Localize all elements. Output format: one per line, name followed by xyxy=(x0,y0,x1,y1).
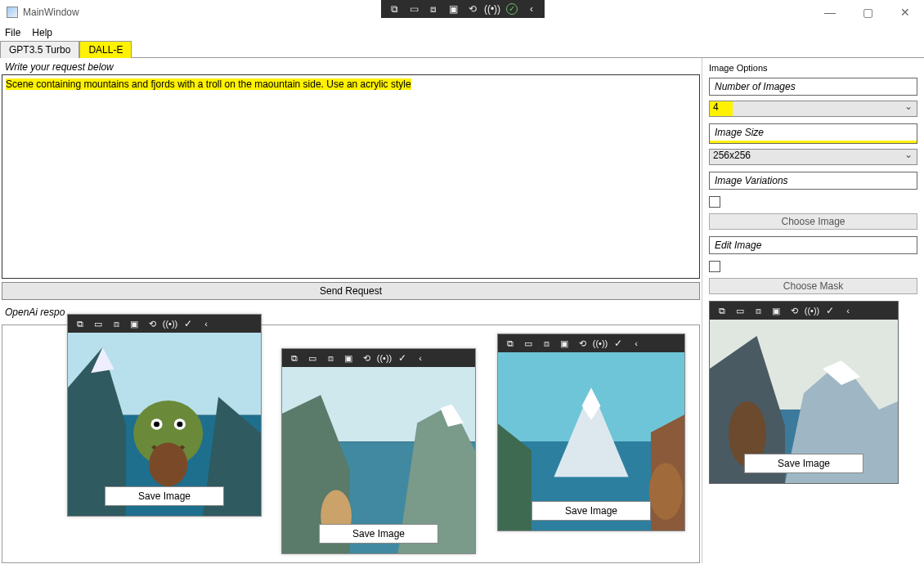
hotreload-icon[interactable]: ((•)) xyxy=(161,315,179,333)
num-images-label: Number of Images xyxy=(710,78,917,95)
card-toolbar[interactable]: ⧉ ▭ ⧈ ▣ ⟲ ((•)) ✓ ‹ xyxy=(68,315,261,333)
check-icon[interactable]: ✓ xyxy=(821,302,839,320)
hotreload-icon[interactable]: ((•)) xyxy=(591,334,609,352)
layout-icon[interactable]: ▣ xyxy=(125,315,143,333)
debug-toolbar[interactable]: ⧉ ▭ ⧈ ▣ ⟲ ((•)) ✓ ‹ xyxy=(381,0,545,18)
prompt-label: Write your request below xyxy=(2,60,700,74)
toolbar-icon[interactable]: ⧉ xyxy=(285,349,303,367)
image-variations-field: Image Variations xyxy=(709,172,917,190)
camera-icon[interactable]: ▭ xyxy=(519,334,537,352)
refresh-icon[interactable]: ⟲ xyxy=(357,349,375,367)
svg-point-29 xyxy=(649,463,683,520)
toolbar-icon[interactable]: ⧉ xyxy=(71,315,89,333)
result-card-3: ⧉ ▭ ⧈ ▣ ⟲ ((•)) ✓ ‹ Save Image xyxy=(497,333,685,531)
refresh-icon[interactable]: ⟲ xyxy=(143,315,161,333)
collapse-icon[interactable]: ‹ xyxy=(627,334,645,352)
svg-point-16 xyxy=(149,442,187,486)
camera-icon[interactable]: ▭ xyxy=(303,349,321,367)
select-icon[interactable]: ⧈ xyxy=(321,349,339,367)
maximize-button[interactable]: ▢ xyxy=(849,0,886,25)
layout-icon[interactable]: ▣ xyxy=(339,349,357,367)
tab-dalle[interactable]: DALL-E xyxy=(79,41,132,58)
select-icon[interactable]: ⧈ xyxy=(107,315,125,333)
select-icon[interactable]: ⧈ xyxy=(424,0,443,18)
prompt-text: Scene containing mountains and fjords wi… xyxy=(6,78,411,90)
save-image-button[interactable]: Save Image xyxy=(319,524,438,544)
edit-image-field: Edit Image xyxy=(709,236,917,254)
layout-icon[interactable]: ▣ xyxy=(443,0,463,18)
num-images-select[interactable]: 4 xyxy=(709,101,917,117)
collapse-icon[interactable]: ‹ xyxy=(839,302,857,320)
edit-image-label: Edit Image xyxy=(710,237,917,253)
collapse-icon[interactable]: ‹ xyxy=(411,349,429,367)
tab-gpt35[interactable]: GPT3.5 Turbo xyxy=(0,41,79,58)
layout-icon[interactable]: ▣ xyxy=(767,302,785,320)
select-icon[interactable]: ⧈ xyxy=(537,334,555,352)
layout-icon[interactable]: ▣ xyxy=(555,334,573,352)
result-card-1: ⧉ ▭ ⧈ ▣ ⟲ ((•)) ✓ ‹ Save Image xyxy=(67,314,262,517)
refresh-icon[interactable]: ⟲ xyxy=(573,334,591,352)
toolbar-icon[interactable]: ⧉ xyxy=(501,334,519,352)
hotreload-icon[interactable]: ((•)) xyxy=(482,0,502,18)
svg-point-15 xyxy=(177,422,182,427)
image-size-label: Image Size xyxy=(710,124,917,143)
svg-point-14 xyxy=(154,422,159,427)
preview-card-right: ⧉ ▭ ⧈ ▣ ⟲ ((•)) ✓ ‹ Save Image xyxy=(709,301,899,484)
result-card-2: ⧉ ▭ ⧈ ▣ ⟲ ((•)) ✓ ‹ Save Image xyxy=(281,348,476,554)
menu-bar: File Help xyxy=(0,25,924,41)
toolbar-icon[interactable]: ⧉ xyxy=(384,0,404,18)
collapse-icon[interactable]: ‹ xyxy=(197,315,215,333)
collapse-icon[interactable]: ‹ xyxy=(522,0,541,18)
select-icon[interactable]: ⧈ xyxy=(749,302,767,320)
check-icon[interactable]: ✓ xyxy=(502,0,522,18)
toolbar-icon[interactable]: ⧉ xyxy=(713,302,731,320)
card-toolbar[interactable]: ⧉ ▭ ⧈ ▣ ⟲ ((•)) ✓ ‹ xyxy=(498,334,684,352)
app-icon xyxy=(7,7,18,18)
number-of-images-field: Number of Images xyxy=(709,78,917,96)
check-icon[interactable]: ✓ xyxy=(179,315,197,333)
save-image-button[interactable]: Save Image xyxy=(532,501,651,521)
edit-checkbox[interactable] xyxy=(709,261,720,272)
refresh-icon[interactable]: ⟲ xyxy=(463,0,482,18)
refresh-icon[interactable]: ⟲ xyxy=(785,302,803,320)
image-options-panel: Image Options Number of Images 4 Image S… xyxy=(702,58,924,563)
minimize-button[interactable]: — xyxy=(811,0,849,25)
image-size-value: 256x256 xyxy=(713,150,751,161)
card-toolbar[interactable]: ⧉ ▭ ⧈ ▣ ⟲ ((•)) ✓ ‹ xyxy=(282,349,475,367)
save-image-button[interactable]: Save Image xyxy=(744,454,863,473)
variations-checkbox[interactable] xyxy=(709,196,720,208)
options-title: Image Options xyxy=(709,61,917,78)
choose-mask-button[interactable]: Choose Mask xyxy=(709,278,917,294)
image-size-select[interactable]: 256x256 xyxy=(709,149,917,165)
num-images-value: 4 xyxy=(713,101,719,113)
choose-image-button[interactable]: Choose Image xyxy=(709,213,917,230)
tab-strip: GPT3.5 Turbo DALL-E xyxy=(0,41,924,58)
window-controls: — ▢ ✕ xyxy=(811,0,924,25)
check-icon[interactable]: ✓ xyxy=(393,349,411,367)
menu-file[interactable]: File xyxy=(5,27,20,38)
close-button[interactable]: ✕ xyxy=(886,0,924,25)
save-image-button[interactable]: Save Image xyxy=(105,486,224,506)
camera-icon[interactable]: ▭ xyxy=(89,315,107,333)
card-toolbar[interactable]: ⧉ ▭ ⧈ ▣ ⟲ ((•)) ✓ ‹ xyxy=(710,302,898,320)
camera-icon[interactable]: ▭ xyxy=(404,0,424,18)
camera-icon[interactable]: ▭ xyxy=(731,302,749,320)
window-title: MainWindow xyxy=(23,7,79,18)
send-request-button[interactable]: Send Request xyxy=(2,282,700,300)
menu-help[interactable]: Help xyxy=(32,27,52,38)
hotreload-icon[interactable]: ((•)) xyxy=(803,302,821,320)
prompt-input[interactable]: Scene containing mountains and fjords wi… xyxy=(2,74,700,279)
check-icon[interactable]: ✓ xyxy=(609,334,627,352)
image-size-field: Image Size xyxy=(709,123,917,144)
variations-label: Image Variations xyxy=(710,172,917,189)
hotreload-icon[interactable]: ((•)) xyxy=(375,349,393,367)
